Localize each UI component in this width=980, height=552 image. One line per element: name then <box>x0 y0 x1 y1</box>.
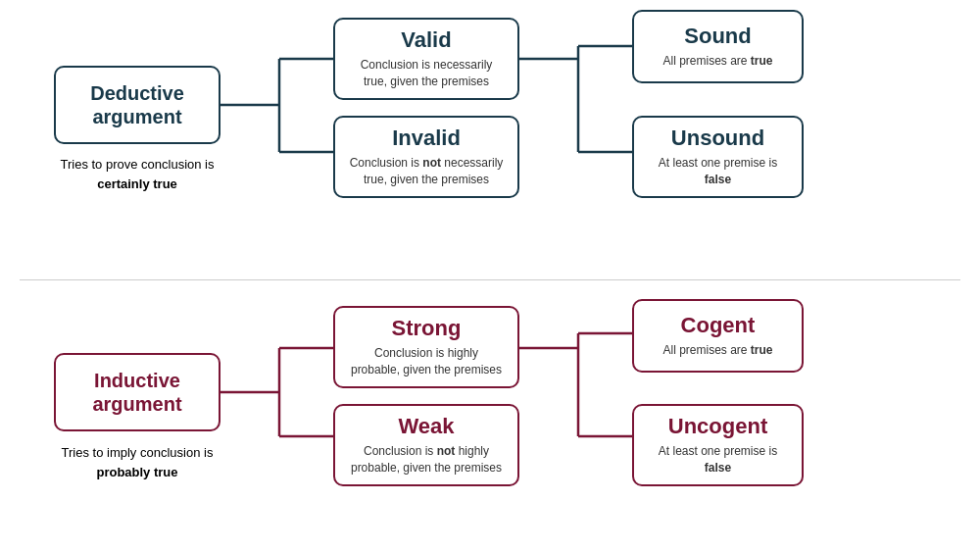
unsound-sub: At least one premise isfalse <box>659 155 777 188</box>
inductive-argument-sub: Tries to imply conclusion is probably tr… <box>34 443 240 481</box>
valid-node: Valid Conclusion is necessarilytrue, giv… <box>333 18 519 100</box>
cogent-sub: All premises are true <box>662 342 772 359</box>
invalid-title: Invalid <box>392 125 461 151</box>
divider <box>20 279 960 280</box>
valid-sub: Conclusion is necessarilytrue, given the… <box>361 57 493 90</box>
sound-sub: All premises are true <box>662 53 772 70</box>
diagram: Deductiveargument Tries to prove conclus… <box>0 0 980 552</box>
cogent-title: Cogent <box>681 313 756 338</box>
deductive-argument-sub: Tries to prove conclusion is certainly t… <box>34 155 240 193</box>
sound-node: Sound All premises are true <box>632 10 804 83</box>
invalid-sub: Conclusion is not necessarilytrue, given… <box>350 155 504 188</box>
unsound-node: Unsound At least one premise isfalse <box>632 116 804 198</box>
deductive-argument-title: Deductiveargument <box>90 81 184 128</box>
valid-title: Valid <box>401 27 451 53</box>
deductive-argument-node: Deductiveargument <box>54 66 220 144</box>
uncogent-sub: At least one premise isfalse <box>659 443 777 477</box>
weak-node: Weak Conclusion is not highlyprobable, g… <box>333 404 519 486</box>
weak-title: Weak <box>398 414 454 439</box>
inductive-argument-title: Inductiveargument <box>92 369 181 416</box>
unsound-title: Unsound <box>671 125 764 151</box>
uncogent-title: Uncogent <box>668 414 767 439</box>
invalid-node: Invalid Conclusion is not necessarilytru… <box>333 116 519 198</box>
strong-sub: Conclusion is highlyprobable, given the … <box>351 345 502 378</box>
strong-title: Strong <box>392 316 462 341</box>
strong-node: Strong Conclusion is highlyprobable, giv… <box>333 306 519 388</box>
weak-sub: Conclusion is not highlyprobable, given … <box>351 443 502 477</box>
uncogent-node: Uncogent At least one premise isfalse <box>632 404 804 486</box>
sound-title: Sound <box>684 24 751 49</box>
inductive-argument-node: Inductiveargument <box>54 353 220 431</box>
cogent-node: Cogent All premises are true <box>632 299 804 373</box>
